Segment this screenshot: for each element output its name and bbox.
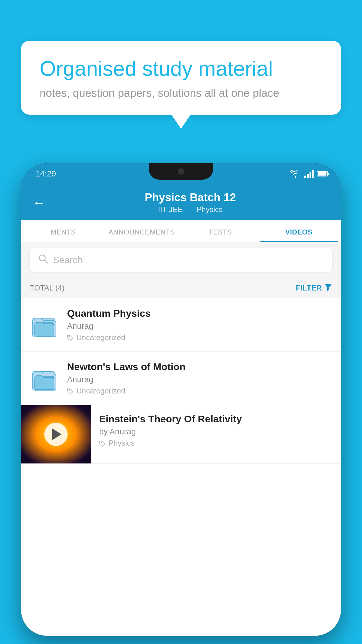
filter-row: TOTAL (4) FILTER [21, 278, 341, 298]
header-title: Physics Batch 12 [51, 191, 329, 204]
tabs-bar: MENTS ANNOUNCEMENTS TESTS VIDEOS [21, 220, 341, 242]
svg-rect-3 [310, 172, 311, 178]
tab-ments[interactable]: MENTS [24, 220, 103, 242]
svg-point-0 [295, 176, 296, 178]
video-list: Quantum Physics Anurag Uncategorized [21, 298, 341, 464]
header-subtitle1: IIT JEE [158, 205, 183, 214]
phone-notch [149, 163, 213, 180]
header-title-group: Physics Batch 12 IIT JEE Physics [51, 191, 329, 214]
filter-label: FILTER [296, 284, 322, 293]
search-bar: Search [21, 242, 341, 278]
tab-tests[interactable]: TESTS [181, 220, 260, 242]
tab-videos[interactable]: VIDEOS [260, 220, 338, 242]
folder-icon-1 [30, 310, 59, 340]
svg-point-17 [101, 442, 102, 442]
bubble-title: Organised study material [40, 56, 322, 81]
video-tag-3: Physics [99, 439, 333, 448]
svg-rect-7 [318, 172, 326, 176]
video-info-1: Quantum Physics Anurag Uncategorized [67, 308, 332, 342]
search-icon [38, 253, 48, 267]
camera [178, 168, 184, 175]
video-thumbnail-3 [21, 405, 91, 463]
tag-icon-2 [67, 388, 74, 395]
video-author-2: Anurag [67, 375, 332, 384]
svg-line-9 [45, 260, 48, 263]
video-tag-2: Uncategorized [67, 386, 332, 396]
svg-rect-4 [312, 170, 314, 178]
list-item[interactable]: Newton's Laws of Motion Anurag Uncategor… [21, 352, 341, 405]
total-count: TOTAL (4) [30, 284, 64, 293]
signal-icon [304, 170, 314, 178]
header-subtitle: IIT JEE Physics [51, 205, 329, 214]
video-info-2: Newton's Laws of Motion Anurag Uncategor… [67, 361, 332, 396]
battery-icon [317, 171, 329, 177]
video-title-3: Einstein's Theory Of Relativity [99, 413, 333, 425]
video-author-3: by Anurag [99, 427, 333, 436]
search-placeholder: Search [53, 255, 82, 265]
video-tag-1: Uncategorized [67, 333, 332, 342]
filter-funnel-icon [324, 283, 332, 293]
tag-icon-3 [99, 440, 106, 447]
list-item[interactable]: Einstein's Theory Of Relativity by Anura… [21, 405, 341, 464]
video-title-1: Quantum Physics [67, 308, 332, 319]
speech-bubble: Organised study material notes, question… [21, 41, 341, 115]
status-time: 14:29 [36, 169, 56, 178]
svg-rect-2 [307, 174, 309, 178]
header-subtitle2: Physics [196, 205, 223, 214]
tag-icon-1 [67, 334, 74, 341]
phone-frame: 14:29 ← [21, 163, 341, 636]
svg-rect-6 [328, 173, 329, 175]
search-input-wrap[interactable]: Search [30, 248, 332, 272]
video-author-1: Anurag [67, 321, 332, 331]
svg-point-16 [69, 389, 70, 390]
app-content: ← Physics Batch 12 IIT JEE Physics MENTS… [21, 184, 341, 636]
svg-point-13 [69, 336, 70, 337]
app-header: ← Physics Batch 12 IIT JEE Physics [21, 184, 341, 220]
play-button[interactable] [44, 423, 68, 446]
tab-announcements[interactable]: ANNOUNCEMENTS [103, 220, 181, 242]
play-triangle-icon [52, 428, 61, 440]
status-icons [290, 170, 329, 178]
filter-button[interactable]: FILTER [296, 283, 332, 293]
back-button[interactable]: ← [33, 195, 45, 210]
bubble-subtitle: notes, question papers, solutions all at… [40, 87, 322, 99]
svg-rect-1 [304, 176, 306, 178]
folder-icon-2 [30, 364, 59, 393]
wifi-icon [290, 170, 301, 178]
video-info-3: Einstein's Theory Of Relativity by Anura… [91, 405, 341, 454]
list-item[interactable]: Quantum Physics Anurag Uncategorized [21, 298, 341, 352]
svg-marker-10 [325, 284, 332, 291]
video-title-2: Newton's Laws of Motion [67, 361, 332, 372]
